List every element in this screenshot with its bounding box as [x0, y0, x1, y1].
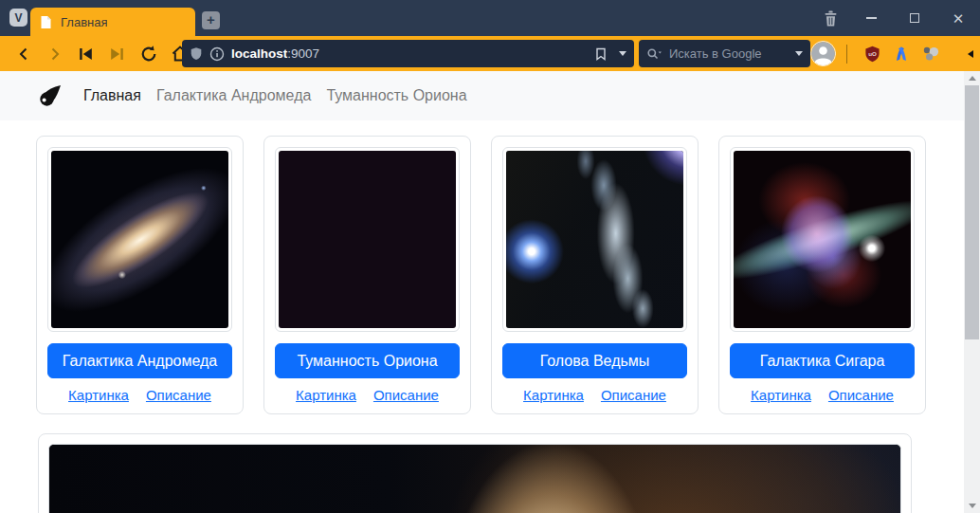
closed-tabs-trash-button[interactable]	[811, 0, 849, 36]
card-thumbnail-frame	[275, 147, 460, 332]
address-host: localhost	[231, 46, 287, 61]
scroll-up-arrow-icon	[969, 76, 976, 81]
vivaldi-menu-button[interactable]: V	[9, 9, 27, 27]
page-favicon-icon	[40, 15, 52, 29]
comet-logo-icon	[38, 83, 63, 108]
cards-row: Галактика Андромеда Картинка Описание Ту…	[36, 136, 926, 414]
fast-forward-icon	[110, 47, 124, 61]
ublock-shield-icon: uO	[864, 46, 880, 63]
molecule-extension-button[interactable]	[922, 46, 940, 62]
ublock-extension-button[interactable]: uO	[864, 46, 880, 63]
back-button[interactable]	[8, 36, 39, 71]
page-content: Главная Галактика Андромеда Туманность О…	[0, 71, 964, 513]
vivaldi-logo-icon: V	[14, 11, 22, 25]
minimize-icon	[866, 17, 877, 19]
rewind-icon	[79, 47, 93, 61]
card-title-button[interactable]: Голова Ведьмы	[502, 343, 687, 378]
browser-toolbar: localhost:9007	[0, 36, 980, 71]
starfield	[279, 151, 456, 328]
orion-nebula-image	[279, 151, 456, 328]
card-link-description[interactable]: Описание	[146, 387, 211, 403]
card-link-image[interactable]: Картинка	[751, 387, 811, 403]
card-link-description[interactable]: Описание	[828, 387, 894, 403]
card-thumbnail-frame	[47, 147, 232, 332]
close-button[interactable]: ✕	[936, 0, 980, 36]
bookmark-icon[interactable]	[595, 47, 607, 61]
address-bar[interactable]: localhost:9007	[182, 40, 634, 67]
starfield	[734, 151, 911, 328]
card-cigar: Галактика Сигара Картинка Описание	[718, 136, 926, 414]
window-controls: ✕	[811, 0, 980, 36]
cigar-galaxy-image	[734, 151, 911, 328]
andromeda-panorama-image	[48, 444, 901, 513]
shield-icon[interactable]	[190, 46, 203, 62]
forward-button[interactable]	[39, 36, 70, 71]
toolbar-right-icons: uO	[810, 36, 973, 71]
nav-link-home[interactable]: Главная	[76, 87, 149, 104]
card-title-button[interactable]: Галактика Сигара	[730, 343, 915, 378]
rewind-button[interactable]	[70, 36, 101, 71]
card-link-image[interactable]: Картинка	[68, 387, 129, 403]
page-scrollbar	[964, 71, 980, 513]
search-dropdown-caret-icon[interactable]	[795, 51, 803, 56]
avatar-icon	[811, 42, 835, 65]
browser-tab-active[interactable]: Главная	[30, 8, 195, 36]
starfield	[49, 445, 900, 513]
search-input[interactable]	[669, 46, 789, 61]
browser-window: V Главная + ✕	[0, 0, 980, 513]
scrollbar-down-button[interactable]	[964, 499, 980, 513]
search-bar	[639, 40, 810, 67]
card-link-description[interactable]: Описание	[601, 387, 666, 403]
card-link-description[interactable]: Описание	[373, 387, 439, 403]
ribbon-extension-button[interactable]	[894, 46, 909, 63]
site-navbar: Главная Галактика Андромеда Туманность О…	[0, 71, 964, 120]
page-viewport: Главная Галактика Андромеда Туманность О…	[0, 71, 980, 513]
panel-toggle-arrow-icon[interactable]	[968, 50, 973, 58]
fast-forward-button[interactable]	[101, 36, 133, 71]
address-port: :9007	[287, 46, 319, 61]
site-info-icon[interactable]	[209, 46, 225, 62]
card-orion: Туманность Ориона Картинка Описание	[263, 136, 471, 414]
svg-text:uO: uO	[868, 49, 877, 56]
site-logo[interactable]	[38, 83, 63, 108]
card-links: Картинка Описание	[730, 387, 915, 403]
maximize-button[interactable]	[893, 0, 936, 36]
tab-bar: V Главная + ✕	[0, 0, 980, 36]
starfield	[51, 151, 228, 328]
reload-icon	[139, 45, 158, 64]
search-engine-icon[interactable]	[646, 47, 663, 61]
nav-link-andromeda[interactable]: Галактика Андромеда	[149, 87, 318, 104]
molecule-icon	[922, 46, 940, 62]
address-dropdown-caret-icon[interactable]	[619, 51, 626, 56]
minimize-button[interactable]	[849, 0, 893, 36]
scrollbar-thumb[interactable]	[965, 85, 979, 339]
card-witch-head: Голова Ведьмы Картинка Описание	[491, 136, 699, 414]
card-links: Картинка Описание	[47, 387, 232, 403]
scroll-down-arrow-icon	[969, 504, 976, 508]
close-icon: ✕	[953, 11, 965, 26]
witch-head-nebula-image	[506, 151, 683, 328]
profile-button[interactable]	[810, 41, 836, 66]
scrollbar-up-button[interactable]	[964, 71, 980, 85]
card-link-image[interactable]: Картинка	[523, 387, 584, 403]
starfield	[506, 151, 683, 328]
trash-icon	[824, 10, 838, 27]
new-tab-button[interactable]: +	[202, 11, 220, 29]
tab-title: Главная	[61, 15, 107, 29]
forward-icon	[46, 46, 64, 63]
blue-ribbon-icon	[894, 46, 909, 63]
wide-card-andromeda-panorama	[38, 433, 912, 513]
card-title-button[interactable]: Туманность Ориона	[275, 343, 460, 378]
andromeda-galaxy-image	[51, 151, 228, 328]
card-link-image[interactable]: Картинка	[296, 387, 356, 403]
card-links: Картинка Описание	[502, 387, 687, 403]
card-thumbnail-frame	[730, 147, 915, 332]
navigation-buttons	[8, 36, 195, 71]
address-url: localhost:9007	[231, 46, 319, 61]
toolbar-separator	[846, 45, 847, 64]
card-andromeda: Галактика Андромеда Картинка Описание	[36, 136, 244, 414]
card-title-button[interactable]: Галактика Андромеда	[47, 343, 232, 378]
reload-button[interactable]	[133, 36, 164, 71]
card-thumbnail-frame	[502, 147, 687, 332]
nav-link-orion[interactable]: Туманность Ориона	[318, 87, 474, 104]
